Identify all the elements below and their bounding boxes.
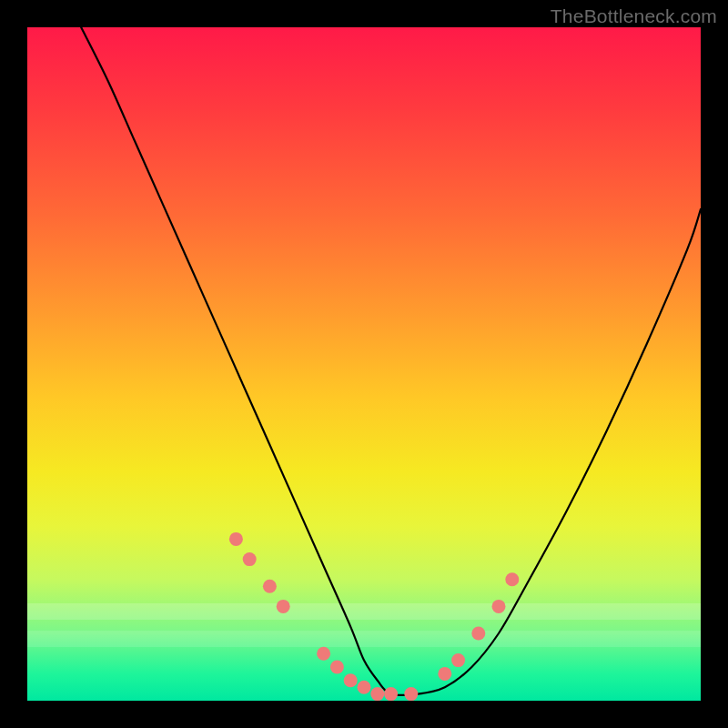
highlight-dot: [263, 580, 277, 593]
highlight-dot: [358, 681, 371, 694]
chart-svg: [27, 27, 701, 701]
highlight-dot: [277, 600, 290, 613]
highlight-dot: [344, 673, 358, 687]
highlight-dot: [404, 687, 418, 701]
highlight-dot: [317, 647, 330, 661]
watermark-text: TheBottleneck.com: [551, 5, 717, 27]
highlight-dot: [229, 532, 243, 546]
highlight-dot: [243, 552, 257, 566]
highlight-dot: [438, 667, 451, 681]
highlight-dot: [505, 572, 519, 586]
highlight-dot: [492, 600, 506, 613]
highlight-dot: [370, 687, 384, 701]
bottleneck-curve: [81, 27, 701, 695]
highlight-dot: [451, 653, 465, 667]
highlight-dot: [384, 687, 398, 701]
highlight-dot: [471, 627, 485, 641]
highlight-dot: [330, 661, 344, 674]
plot-area: [27, 27, 701, 701]
chart-frame: TheBottleneck.com: [0, 0, 728, 728]
